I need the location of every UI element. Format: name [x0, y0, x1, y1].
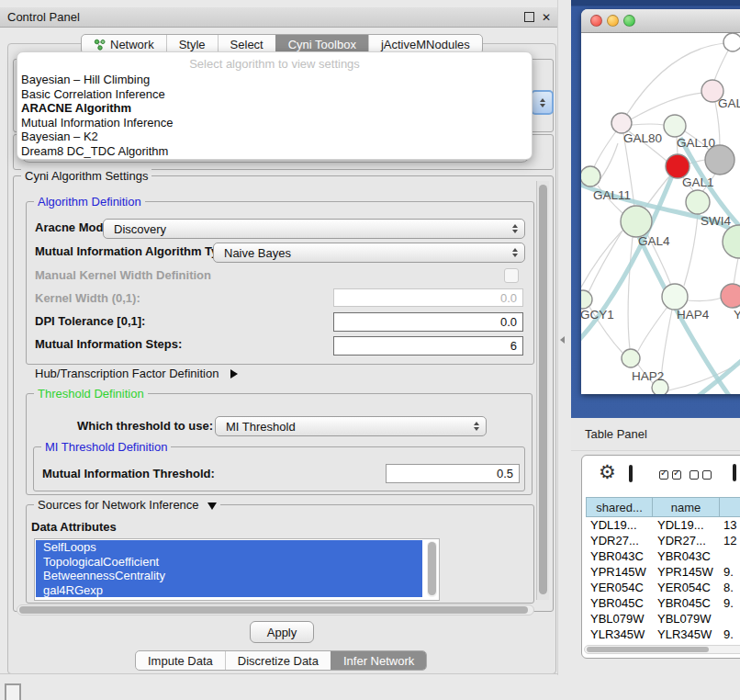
- table-row[interactable]: YER054CYER054C8.: [586, 580, 740, 595]
- mi-steps-field[interactable]: 6: [333, 336, 523, 356]
- select-all-checkboxes-icon[interactable]: [659, 470, 681, 480]
- node-label-gal11: GAL11: [593, 188, 631, 202]
- table-horizontal-scrollbar[interactable]: [584, 645, 740, 654]
- tab-network[interactable]: Network: [82, 35, 166, 53]
- network-node-swi4[interactable]: [686, 190, 710, 214]
- page-icon[interactable]: [733, 464, 736, 481]
- network-node-gal11[interactable]: [581, 166, 600, 186]
- manual-kernel-label: Manual Kernel Width Definition: [35, 268, 211, 282]
- data-attributes-list[interactable]: SelfLoopsTopologicalCoefficientBetweenne…: [34, 538, 440, 601]
- mi-steps-label: Mutual Information Steps:: [35, 337, 182, 351]
- list-scrollbar[interactable]: [427, 541, 437, 597]
- tab-infer-network[interactable]: Infer Network: [331, 651, 426, 670]
- table-cell: YDL19...: [590, 518, 637, 532]
- settings-vertical-scrollbar[interactable]: [536, 181, 549, 600]
- panel-corner-icon[interactable]: [5, 683, 21, 700]
- table-cell: YDR27...: [590, 534, 639, 548]
- attribute-item-gal4rgexp[interactable]: gal4RGexp: [36, 583, 422, 598]
- mi-threshold-field[interactable]: 0.5: [386, 464, 520, 483]
- close-traffic-light[interactable]: [590, 15, 602, 27]
- cyni-settings-title: Cyni Algorithm Settings: [21, 169, 151, 183]
- network-node[interactable]: [723, 33, 740, 51]
- deselect-checkboxes-icon[interactable]: [690, 470, 712, 480]
- kernel-width-field[interactable]: 0.0: [333, 288, 523, 307]
- table-row[interactable]: YBR043CYBR043C: [586, 548, 740, 564]
- node-label-gal80: GAL80: [623, 131, 662, 145]
- hub-definition-label: Hub/Transcription Factor Definition: [35, 367, 219, 380]
- network-node-hap4[interactable]: [662, 284, 688, 310]
- network-node-gcy1[interactable]: [581, 290, 592, 309]
- table-row[interactable]: YDR27...YDR27...12: [586, 533, 740, 548]
- control-panel-titlebar: Control Panel: [0, 7, 558, 28]
- table-cell: YPR145W: [657, 565, 713, 579]
- dpi-tolerance-field[interactable]: 0.0: [333, 312, 523, 332]
- attribute-item-selfloops[interactable]: SelfLoops: [36, 540, 422, 555]
- apply-button[interactable]: Apply: [250, 621, 314, 643]
- tab-discretize-data[interactable]: Discretize Data: [225, 651, 331, 670]
- table-row[interactable]: YBR045CYBR045C9.: [586, 595, 740, 611]
- network-node-gal80[interactable]: [611, 113, 632, 133]
- table-cell: 13: [723, 518, 736, 532]
- which-threshold-value: MI Threshold: [226, 420, 296, 434]
- algorithm-dropdown-popup: Select algorithm to view settings Bayesi…: [17, 51, 533, 160]
- sources-group-title[interactable]: Sources for Network Inference: [34, 498, 220, 512]
- table-cell: YBR043C: [657, 549, 711, 563]
- data-attributes-label: Data Attributes: [31, 520, 117, 534]
- algorithm-combo-spinner[interactable]: [531, 90, 554, 115]
- mi-type-combo[interactable]: Naive Bayes: [213, 243, 525, 263]
- float-icon[interactable]: [524, 12, 534, 22]
- table-row[interactable]: YLR345WYLR345W9.: [586, 627, 740, 642]
- tab-jactivemnodules[interactable]: jActiveMNodules: [368, 35, 482, 53]
- close-icon[interactable]: [542, 10, 551, 24]
- tab-cyni-toolbox[interactable]: Cyni Toolbox: [275, 35, 368, 53]
- settings-gear-icon[interactable]: [599, 463, 616, 481]
- table-row[interactable]: YDL19...YDL19...13: [586, 517, 740, 533]
- attribute-item-topologicalcoefficient[interactable]: TopologicalCoefficient: [36, 555, 422, 570]
- table-row[interactable]: YPR145WYPR145W9.: [586, 564, 740, 580]
- column-header-shared[interactable]: shared...: [586, 497, 653, 517]
- network-edge: [594, 131, 616, 167]
- splitpane-collapse-icon[interactable]: [560, 336, 565, 344]
- tab-impute-data[interactable]: Impute Data: [136, 651, 225, 670]
- hub-definition-toggle[interactable]: Hub/Transcription Factor Definition: [35, 367, 238, 380]
- network-edge: [631, 93, 702, 119]
- network-node-gal4[interactable]: [621, 206, 652, 237]
- minimize-traffic-light[interactable]: [607, 15, 619, 27]
- table-row[interactable]: YBL079WYBL079W: [586, 611, 740, 627]
- zoom-traffic-light[interactable]: [623, 15, 635, 27]
- algorithm-option-mutual-information-inference[interactable]: Mutual Information Inference: [17, 116, 532, 130]
- mi-threshold-label: Mutual Information Threshold:: [42, 467, 215, 480]
- table-cell: YDR27...: [657, 534, 706, 548]
- network-node-y[interactable]: [721, 284, 740, 308]
- split-columns-icon[interactable]: [629, 465, 633, 482]
- mi-type-label: Mutual Information Algorithm Type:: [35, 244, 236, 258]
- column-header-name[interactable]: name: [652, 497, 720, 517]
- manual-kernel-checkbox[interactable]: [504, 268, 519, 283]
- table-cell: YER054C: [657, 581, 711, 594]
- network-node[interactable]: [723, 225, 740, 258]
- network-window-titlebar[interactable]: [581, 9, 740, 33]
- control-panel-bottom-border: [0, 673, 558, 674]
- aracne-mode-combo[interactable]: Discovery: [103, 219, 525, 239]
- collapse-down-icon: [207, 502, 217, 510]
- network-graph: GALGAL80GAL10GAL1GAL11SWI4GAL4GCY1HAP4YH…: [581, 33, 740, 394]
- mi-steps-value: 6: [510, 339, 517, 353]
- table-cell: 9.: [723, 627, 734, 641]
- algorithm-option-bayesian-hill-climbing[interactable]: Bayesian – Hill Climbing: [17, 73, 532, 87]
- attribute-item-betweennesscentrality[interactable]: BetweennessCentrality: [36, 569, 422, 583]
- algorithm-option-bayesian-k2[interactable]: Bayesian – K2: [17, 130, 532, 144]
- algorithm-option-aracne-algorithm[interactable]: ARACNE Algorithm: [17, 101, 532, 116]
- panel-divider: [557, 0, 558, 675]
- network-canvas[interactable]: GALGAL80GAL10GAL1GAL11SWI4GAL4GCY1HAP4YH…: [581, 33, 740, 394]
- algorithm-option-dream8-dc-tdc-algorithm[interactable]: Dream8 DC_TDC Algorithm: [17, 144, 532, 159]
- network-node-hap2[interactable]: [622, 349, 640, 367]
- tab-style[interactable]: Style: [166, 35, 218, 53]
- mi-type-value: Naive Bayes: [224, 246, 291, 260]
- cyni-bottom-tabbar: Impute DataDiscretize DataInfer Network: [135, 650, 427, 671]
- algorithm-option-basic-correlation-inference[interactable]: Basic Correlation Inference: [17, 87, 532, 102]
- which-threshold-combo[interactable]: MI Threshold: [215, 416, 487, 436]
- column-header-third[interactable]: A: [719, 497, 740, 517]
- tab-select[interactable]: Select: [218, 35, 275, 53]
- network-node-gal10[interactable]: [664, 115, 686, 137]
- settings-horizontal-scrollbar[interactable]: [17, 604, 534, 615]
